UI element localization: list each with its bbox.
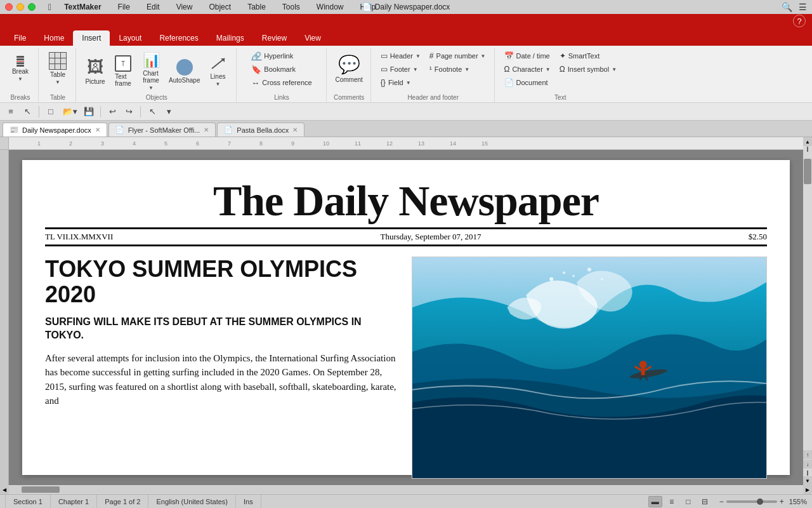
toolbar-separator-3	[140, 106, 141, 117]
insert-symbol-button[interactable]: Ω Insert symbol ▼	[556, 63, 620, 76]
tab-flyer[interactable]: 📄 Flyer - SoftMaker Offi... ✕	[108, 123, 216, 137]
meta-center: Thursday, September 07, 2017	[380, 232, 481, 242]
tab-insert[interactable]: Insert	[73, 30, 110, 46]
page-number-button[interactable]: # Page number ▼	[426, 50, 489, 62]
tab-close-2[interactable]: ✕	[204, 126, 209, 133]
scroll-left-button[interactable]: ◀	[0, 485, 9, 494]
tab-mailings[interactable]: Mailings	[207, 30, 253, 46]
tab-home[interactable]: Home	[35, 30, 73, 46]
header-button[interactable]: ▭ Header ▼	[377, 50, 424, 62]
chart-frame-button[interactable]: 📊 Chartframe ▼	[138, 52, 164, 90]
zoom-thumb[interactable]	[757, 498, 763, 505]
footer-dropdown: ▼	[413, 67, 418, 72]
scroll-down-button[interactable]: ▼	[803, 476, 812, 485]
view-normal-button[interactable]: ▬	[648, 496, 662, 507]
header-label: Header	[390, 52, 413, 60]
new-button[interactable]: □	[44, 105, 58, 119]
page-number-dropdown: ▼	[481, 53, 486, 59]
cursor-button[interactable]: ↖	[20, 105, 34, 119]
help-icon[interactable]: ?	[793, 15, 806, 27]
scroll-right-button[interactable]: ▶	[803, 485, 812, 494]
chapter-label: Chapter 1	[58, 498, 89, 505]
tab-close-3[interactable]: ✕	[292, 126, 298, 133]
apple-menu[interactable]: 	[48, 2, 51, 12]
autoshape-label: AutoShape	[169, 77, 200, 84]
footnote-label: Footnote	[435, 65, 462, 73]
comment-button[interactable]: 💬 Comment	[333, 50, 365, 88]
svg-point-4	[563, 272, 565, 274]
menu-edit[interactable]: Edit	[143, 1, 164, 13]
v-scrollbar: ▲ ↑ ↓ ▼	[803, 137, 812, 485]
scroll-thumb[interactable]	[804, 159, 811, 184]
zoom-level: 155%	[789, 498, 807, 505]
open-dropdown-button[interactable]: 📂▾	[60, 105, 79, 119]
lines-button[interactable]: Lines ▼	[206, 52, 231, 90]
smart-text-button[interactable]: ✦ SmartText	[556, 50, 620, 62]
article-image	[412, 257, 767, 479]
zoom-slider[interactable]	[726, 500, 777, 503]
menu-window[interactable]: Window	[313, 1, 348, 13]
hyperlink-button[interactable]: 🔗 Hyperlink	[248, 50, 315, 62]
lines-label: Lines	[211, 73, 226, 80]
table-button[interactable]: Table ▼	[45, 50, 70, 88]
tab-close-1[interactable]: ✕	[95, 126, 100, 133]
tab-layout[interactable]: Layout	[110, 30, 150, 46]
tab-icon-3: 📄	[224, 126, 233, 134]
list-icon[interactable]: ☰	[799, 2, 807, 12]
tab-label-1: Daily Newspaper.docx	[22, 126, 91, 134]
document-button[interactable]: 📄 Document	[501, 76, 554, 89]
menu-tools[interactable]: Tools	[278, 1, 304, 13]
bookmark-button[interactable]: 🔖 Bookmark	[248, 63, 315, 76]
select-dropdown[interactable]: ▾	[162, 105, 176, 119]
tab-references[interactable]: References	[150, 30, 207, 46]
traffic-lights[interactable]	[5, 3, 36, 11]
scroll-next-page[interactable]: ↓	[803, 460, 812, 469]
meta-right: $2.50	[749, 232, 767, 242]
tab-review[interactable]: Review	[253, 30, 296, 46]
cross-reference-button[interactable]: ↔ Cross reference	[248, 76, 315, 89]
ribbon-group-text: 📅 Date / time Ω Character ▼ 📄 Document ✦…	[496, 48, 625, 102]
select-button[interactable]: ↖	[145, 105, 159, 119]
tab-label-3: Pasta Bella.docx	[237, 126, 289, 134]
text-frame-button[interactable]: T Textframe	[110, 52, 136, 90]
menu-toggle-button[interactable]: ≡	[4, 105, 18, 119]
save-button[interactable]: 💾	[82, 105, 96, 119]
zoom-in-button[interactable]: +	[780, 497, 784, 506]
menu-file[interactable]: File	[114, 1, 134, 13]
autoshape-button[interactable]: AutoShape	[166, 52, 203, 90]
menu-table[interactable]: Table	[244, 1, 270, 13]
h-scroll-thumb[interactable]	[22, 486, 60, 493]
tab-pasta-bella[interactable]: 📄 Pasta Bella.docx ✕	[217, 123, 304, 137]
tab-view[interactable]: View	[296, 30, 330, 46]
view-draft-button[interactable]: □	[681, 496, 695, 507]
maximize-button[interactable]	[28, 3, 36, 11]
break-button[interactable]: Break ▼	[8, 50, 33, 88]
minimize-button[interactable]	[16, 3, 24, 11]
date-time-button[interactable]: 📅 Date / time	[501, 50, 554, 62]
zoom-out-button[interactable]: −	[719, 497, 724, 506]
footer-button[interactable]: ▭ Footer ▼	[377, 63, 424, 76]
close-button[interactable]	[5, 3, 13, 11]
redo-button[interactable]: ↪	[122, 105, 136, 119]
footnote-button[interactable]: ¹ Footnote ▼	[426, 63, 489, 76]
chart-dropdown: ▼	[148, 85, 154, 91]
scroll-track[interactable]	[803, 152, 812, 449]
menu-object[interactable]: Object	[205, 1, 235, 13]
ribbon-group-comments: 💬 Comment Comments	[328, 48, 371, 102]
tab-daily-newspaper[interactable]: 📰 Daily Newspaper.docx ✕	[3, 123, 107, 137]
h-scroll-track[interactable]	[9, 486, 803, 493]
menu-view[interactable]: View	[173, 1, 197, 13]
hyperlink-label: Hyperlink	[264, 52, 293, 60]
tab-file[interactable]: File	[5, 30, 35, 46]
scroll-prev-page[interactable]: ↑	[803, 450, 812, 459]
field-button[interactable]: {} Field ▼	[377, 76, 424, 89]
menu-textmaker[interactable]: TextMaker	[60, 1, 105, 13]
search-icon[interactable]: 🔍	[782, 2, 792, 12]
view-outline-button[interactable]: ≡	[665, 496, 679, 507]
character-button[interactable]: Ω Character ▼	[501, 63, 554, 76]
scroll-up-button[interactable]: ▲	[803, 137, 812, 146]
table-dropdown-arrow: ▼	[55, 79, 60, 85]
undo-button[interactable]: ↩	[105, 105, 119, 119]
picture-button[interactable]: 🖼 Picture	[82, 52, 108, 90]
view-reading-button[interactable]: ⊟	[698, 496, 712, 507]
